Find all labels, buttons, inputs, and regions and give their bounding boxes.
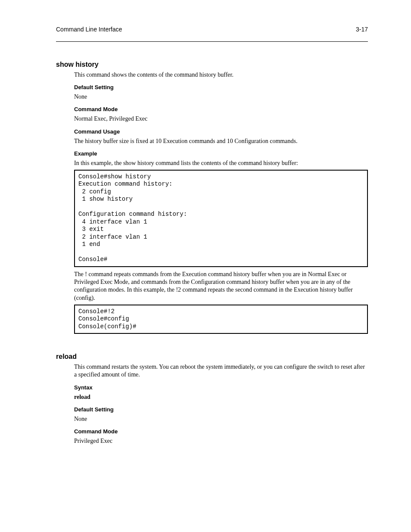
- subhead-mode: Command Mode: [74, 106, 368, 112]
- section-title-show-history: show history: [56, 61, 368, 68]
- subhead-default: Default Setting: [74, 84, 368, 90]
- section-title-reload: reload: [56, 353, 368, 361]
- desc-show-history: This command shows the contents of the c…: [74, 71, 368, 79]
- subhead-syntax: Syntax: [74, 384, 368, 391]
- terminal-show-history: Console#show history Execution command h…: [74, 170, 368, 267]
- default-text: None: [74, 93, 368, 101]
- syntax-text: reload: [74, 393, 368, 401]
- subhead-usage: Command Usage: [74, 128, 368, 135]
- header-left: Command Line Interface: [56, 26, 122, 33]
- header-rule: [56, 41, 368, 42]
- page: Command Line Interface 3-17 show history…: [0, 0, 411, 532]
- example-intro: In this example, the show history comman…: [74, 159, 368, 167]
- terminal-repeat: Console#!2 Console#config Console(config…: [74, 305, 368, 334]
- default-text-2: None: [74, 415, 368, 423]
- subhead-example: Example: [74, 150, 368, 157]
- mode-text: Normal Exec, Privileged Exec: [74, 115, 368, 123]
- desc-reload: This command restarts the system. You ca…: [74, 363, 368, 379]
- page-header: Command Line Interface 3-17: [56, 26, 368, 33]
- subhead-mode-2: Command Mode: [74, 428, 368, 435]
- subhead-default-2: Default Setting: [74, 406, 368, 413]
- mode-text-2: Privileged Exec: [74, 437, 368, 445]
- usage-text: The history buffer size is fixed at 10 E…: [74, 137, 368, 145]
- header-right: 3-17: [356, 26, 368, 33]
- repeat-para: The ! command repeats commands from the …: [74, 271, 368, 302]
